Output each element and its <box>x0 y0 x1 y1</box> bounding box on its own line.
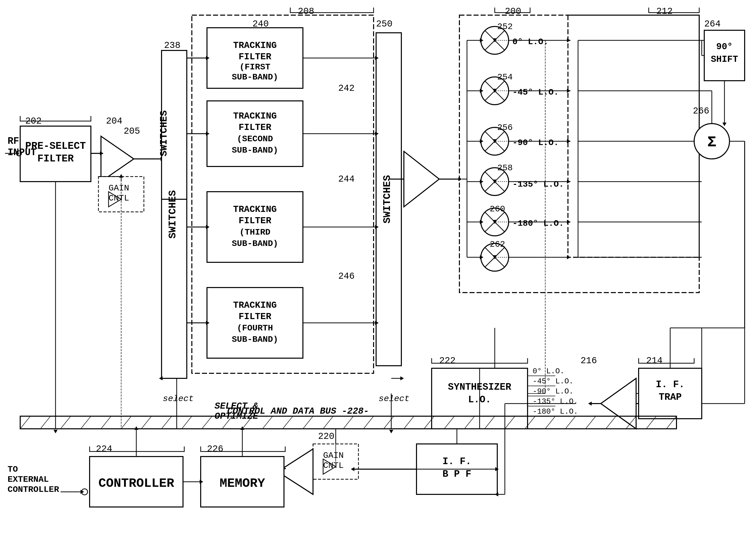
svg-text:208: 208 <box>298 6 314 17</box>
svg-text:242: 242 <box>338 83 355 94</box>
svg-rect-40 <box>207 192 303 262</box>
svg-text:select: select <box>378 394 409 403</box>
svg-text:200: 200 <box>505 6 521 17</box>
svg-text:OPTIMIZE: OPTIMIZE <box>214 411 258 422</box>
svg-text:RF: RF <box>8 136 19 146</box>
svg-text:FILTER: FILTER <box>239 122 271 133</box>
svg-text:222: 222 <box>439 356 456 366</box>
svg-text:0° L.O.: 0° L.O. <box>533 367 564 376</box>
svg-text:TRACKING: TRACKING <box>233 204 277 215</box>
svg-text:FILTER: FILTER <box>239 216 271 226</box>
svg-text:FILTER: FILTER <box>239 52 271 62</box>
svg-text:204: 204 <box>106 116 122 126</box>
svg-text:0° L.O.: 0° L.O. <box>512 37 549 47</box>
svg-text:260: 260 <box>490 204 505 214</box>
svg-text:TRACKING: TRACKING <box>233 300 277 310</box>
svg-text:216: 216 <box>581 356 597 366</box>
svg-text:-180° L.O.: -180° L.O. <box>512 219 564 228</box>
svg-text:GAIN: GAIN <box>323 451 344 460</box>
svg-text:(FOURTH: (FOURTH <box>237 323 273 333</box>
block-diagram: PRE-SELECT FILTER 202 RF INPUT 204 205 2… <box>0 0 756 537</box>
svg-text:TRACKING: TRACKING <box>233 40 277 51</box>
svg-text:(THIRD: (THIRD <box>240 227 270 237</box>
svg-text:250: 250 <box>376 19 392 29</box>
svg-text:MEMORY: MEMORY <box>220 476 265 491</box>
svg-text:SHIFT: SHIFT <box>711 54 738 64</box>
svg-text:238: 238 <box>164 40 181 51</box>
svg-text:select: select <box>163 394 194 403</box>
svg-text:-45° L.O.: -45° L.O. <box>512 88 559 97</box>
svg-text:SUB-BAND): SUB-BAND) <box>232 335 278 344</box>
svg-text:SWITCHES: SWITCHES <box>167 190 178 239</box>
svg-text:-45° L.O.: -45° L.O. <box>533 377 573 386</box>
svg-text:FILTER: FILTER <box>239 311 271 322</box>
svg-text:Σ: Σ <box>707 134 716 151</box>
svg-text:(SECOND: (SECOND <box>237 134 273 144</box>
svg-text:B P F: B P F <box>442 469 471 479</box>
svg-text:-135° L.O.: -135° L.O. <box>512 180 564 189</box>
svg-text:266: 266 <box>693 106 709 116</box>
svg-text:256: 256 <box>497 123 513 132</box>
svg-text:212: 212 <box>656 6 673 17</box>
svg-text:90°: 90° <box>716 42 733 52</box>
svg-text:258: 258 <box>497 163 513 173</box>
svg-text:-90° L.O.: -90° L.O. <box>533 387 573 396</box>
svg-text:226: 226 <box>207 444 223 454</box>
svg-text:FILTER: FILTER <box>37 153 74 164</box>
svg-text:262: 262 <box>490 240 505 249</box>
svg-text:264: 264 <box>704 19 721 29</box>
svg-text:220: 220 <box>318 431 334 442</box>
svg-text:SWITCHES: SWITCHES <box>382 175 393 224</box>
svg-text:CONTROLLER: CONTROLLER <box>99 476 174 491</box>
svg-text:246: 246 <box>338 271 355 281</box>
svg-text:TO: TO <box>8 465 18 474</box>
svg-text:I. F.: I. F. <box>656 379 685 390</box>
svg-rect-34 <box>207 101 303 166</box>
svg-text:EXTERNAL: EXTERNAL <box>8 475 49 484</box>
svg-text:205: 205 <box>124 126 140 137</box>
svg-text:INPUT: INPUT <box>8 147 36 158</box>
svg-rect-46 <box>207 288 303 358</box>
svg-text:-90° L.O.: -90° L.O. <box>512 138 559 147</box>
svg-text:252: 252 <box>497 22 513 31</box>
svg-text:TRAP: TRAP <box>659 392 682 402</box>
svg-text:-180° L.O.: -180° L.O. <box>533 407 578 416</box>
svg-text:SELECT &: SELECT & <box>214 401 258 411</box>
svg-text:-135° L.O.: -135° L.O. <box>533 397 578 406</box>
svg-text:254: 254 <box>497 72 513 82</box>
svg-text:244: 244 <box>338 174 355 185</box>
svg-text:SUB-BAND): SUB-BAND) <box>232 239 278 248</box>
svg-text:I. F.: I. F. <box>442 456 471 467</box>
svg-text:GAIN: GAIN <box>109 184 129 193</box>
svg-text:SUB-BAND): SUB-BAND) <box>232 72 278 82</box>
svg-text:214: 214 <box>646 356 663 366</box>
svg-text:CONTROLLER: CONTROLLER <box>8 485 59 494</box>
svg-text:SUB-BAND): SUB-BAND) <box>232 145 278 155</box>
svg-text:SWITCHES: SWITCHES <box>158 110 169 156</box>
svg-text:224: 224 <box>96 444 112 454</box>
svg-text:(FIRST: (FIRST <box>240 62 270 72</box>
svg-text:TRACKING: TRACKING <box>233 111 277 121</box>
